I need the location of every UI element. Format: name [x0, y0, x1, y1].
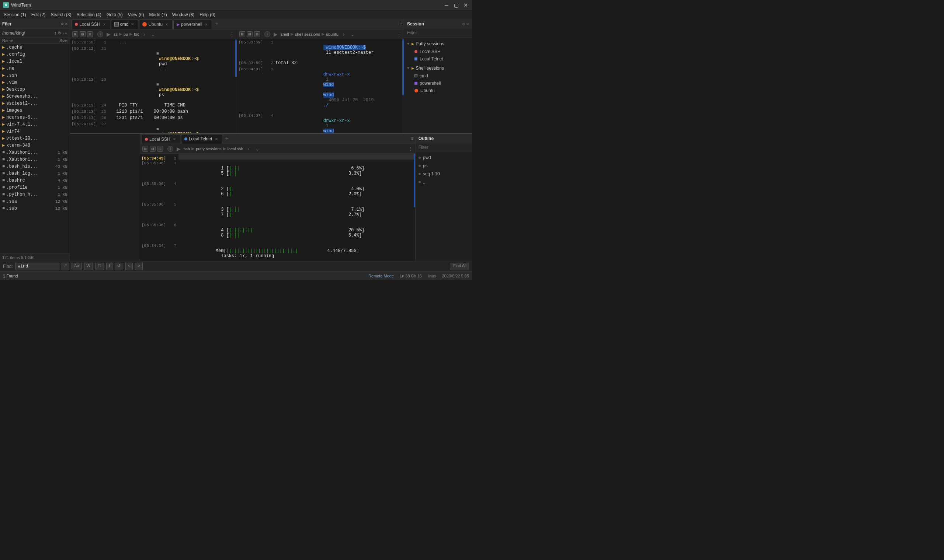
bottom-telnet-close[interactable]: ✕ [214, 136, 219, 142]
findbar-regex-btn[interactable]: .* [62, 263, 69, 270]
tab-ubuntu[interactable]: Ubuntu ✕ [139, 20, 173, 29]
menu-view[interactable]: View (6) [126, 11, 147, 18]
outline-item-pwd[interactable]: pwd [416, 154, 472, 162]
list-item[interactable]: ▶.local [0, 58, 70, 65]
outline-item-ellipsis[interactable]: ... [416, 178, 472, 186]
tab-close-powershell[interactable]: ✕ [204, 22, 209, 27]
list-item[interactable]: ▶Screensho... [0, 93, 70, 100]
filer-refresh-icon[interactable]: ↻ [58, 31, 62, 36]
list-item[interactable]: ▶images [0, 107, 70, 114]
tab-close-cmd[interactable]: ✕ [130, 22, 135, 27]
menu-search[interactable]: Search (3) [48, 11, 73, 18]
bottom-ssh-close[interactable]: ✕ [172, 137, 177, 142]
info-button[interactable]: i [97, 31, 103, 37]
session-item-local-ssh[interactable]: Local SSH [404, 48, 472, 55]
maximize-button[interactable]: ▢ [453, 2, 460, 8]
bc-pu[interactable]: pu [123, 32, 128, 37]
list-item[interactable]: ▶.ssh [0, 72, 70, 79]
list-item[interactable]: ■.sua12 KB [0, 198, 70, 205]
split-h-icon[interactable]: ⊟ [87, 31, 93, 37]
bottom-terminal-body[interactable]: [05:34:49] 2 [05:35:06] 3 1 [|||| 6.6%] [140, 154, 415, 261]
tab-bottom-telnet[interactable]: Local Telnet ✕ [181, 134, 222, 144]
split-h-icon-r[interactable]: ⊟ [254, 31, 260, 37]
filer-settings-icon[interactable]: ⚙ [61, 22, 64, 26]
session-item-local-telnet[interactable]: Local Telnet [404, 55, 472, 63]
bc-dropdown[interactable]: ⌄ [150, 31, 157, 38]
bottom-split-h-icon[interactable]: ⊟ [157, 146, 163, 152]
menu-goto[interactable]: Goto (5) [104, 11, 125, 18]
findbar-next-btn[interactable]: > [135, 263, 142, 270]
list-item[interactable]: ▶esctest2-... [0, 100, 70, 107]
session-item-powershell[interactable]: powershell [404, 80, 472, 87]
minimize-button[interactable]: ─ [443, 2, 450, 8]
list-item[interactable]: ▶.vim [0, 79, 70, 86]
tab-list-icon[interactable]: ≡ [400, 22, 402, 27]
bc-expand-r[interactable]: › [340, 31, 347, 38]
tab-powershell[interactable]: ▶ powershell ✕ [173, 20, 212, 29]
run-icon[interactable]: ▶ [105, 31, 112, 38]
list-item[interactable]: ▶xterm-348 [0, 142, 70, 149]
list-item[interactable]: ■.python_h...1 KB [0, 191, 70, 198]
session-close-icon[interactable]: ✕ [466, 22, 469, 27]
tab-cmd[interactable]: cmd ✕ [111, 20, 139, 29]
bc-more-icon-b[interactable]: ⋮ [408, 146, 413, 152]
bc-shell[interactable]: shell [281, 32, 289, 37]
tab-close-ubuntu[interactable]: ✕ [164, 22, 169, 27]
bc-expand[interactable]: › [140, 31, 148, 38]
session-group-header-putty[interactable]: ▼ ▶ Putty sessions [404, 40, 472, 48]
menu-window[interactable]: Window (8) [170, 11, 197, 18]
scrollbar-thumb[interactable] [235, 39, 237, 77]
menu-mode[interactable]: Mode (7) [147, 11, 169, 18]
run-icon-r[interactable]: ▶ [272, 31, 279, 38]
list-item[interactable]: ▶vim-7.4.1... [0, 121, 70, 128]
bc-ubuntu[interactable]: ubuntu [326, 32, 338, 37]
findbar-word-btn[interactable]: W [84, 263, 93, 270]
bottom-split-v-icon[interactable]: ⊟ [150, 146, 156, 152]
bottom-new-tab-icon[interactable]: ⊞ [142, 146, 148, 152]
outline-item-ps[interactable]: ps [416, 162, 472, 170]
list-item[interactable]: ▶vttest-20... [0, 135, 70, 142]
session-filter-input[interactable] [407, 30, 469, 35]
bc-dropdown-r[interactable]: ⌄ [349, 31, 356, 38]
session-group-header-shell[interactable]: ▼ ▶ Shell sessions [404, 64, 472, 72]
findbar-case-btn[interactable]: Aa [71, 263, 82, 270]
session-item-cmd[interactable]: cmd [404, 72, 472, 80]
left-terminal-body[interactable]: [05:28:58] 1 ... [05:29:12] 21 ■ wind@ON… [70, 39, 237, 133]
menu-session[interactable]: Session (1) [2, 11, 28, 18]
outline-filter-input[interactable] [418, 145, 472, 150]
list-item[interactable]: ■.bashrc4 KB [0, 177, 70, 184]
split-v-icon[interactable]: ⊟ [80, 31, 86, 37]
list-item[interactable]: ▶ncurses-6... [0, 114, 70, 121]
outline-item-seq[interactable]: seq 1 10 [416, 170, 472, 178]
bc-ss[interactable]: ss [114, 32, 118, 37]
list-item[interactable]: ■.Xauthori...1 KB [0, 156, 70, 163]
bc-more-icon-r[interactable]: ⋮ [396, 31, 401, 37]
new-tab-icon[interactable]: ⊞ [72, 31, 78, 37]
scrollbar-thumb-r[interactable] [402, 39, 404, 95]
session-settings-icon[interactable]: ⚙ [463, 22, 465, 27]
new-tab-icon-r[interactable]: ⊞ [239, 31, 245, 37]
menu-selection[interactable]: Selection (4) [74, 11, 103, 18]
bc-more-icon[interactable]: ⋮ [229, 31, 234, 37]
findbar-prev-btn[interactable]: < [125, 263, 133, 270]
bc-local-ssh[interactable]: local ssh [228, 147, 244, 151]
tab-local-ssh[interactable]: Local SSH ✕ [71, 20, 110, 29]
tab-close-local-ssh[interactable]: ✕ [102, 22, 107, 27]
list-item[interactable]: ▶vim74 [0, 128, 70, 135]
bc-ssh[interactable]: ssh [184, 147, 190, 151]
session-item-ubuntu[interactable]: Ubuntu [404, 87, 472, 94]
info-button-r[interactable]: i [264, 31, 270, 37]
list-item[interactable]: ▶.ne [0, 65, 70, 72]
scrollbar-thumb-b[interactable] [414, 154, 415, 208]
close-button[interactable]: ✕ [463, 2, 469, 8]
bc-putty-sessions[interactable]: putty sessions [196, 147, 222, 151]
filer-close-icon[interactable]: ✕ [65, 22, 68, 26]
bottom-tab-add[interactable]: + [223, 135, 231, 142]
tab-add-button[interactable]: + [213, 21, 221, 28]
tab-bottom-local-ssh[interactable]: Local SSH ✕ [142, 134, 180, 144]
bottom-info-button[interactable]: i [167, 146, 173, 152]
bc-expand-b[interactable]: › [245, 145, 252, 152]
bc-dropdown-b[interactable]: ⌄ [254, 145, 261, 152]
findbar-input[interactable] [15, 263, 59, 270]
list-item[interactable]: ▶Desktop [0, 86, 70, 93]
